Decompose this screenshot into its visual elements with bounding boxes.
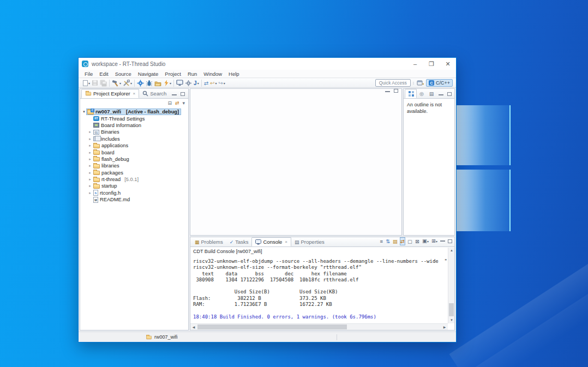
tree-item-includes[interactable]: ▸ Includes: [80, 136, 188, 142]
tree-item-rt-thread-settings[interactable]: RT RT-Thread Settings: [80, 115, 188, 122]
link-with-editor-icon[interactable]: ⇄: [175, 100, 179, 106]
scroll-up-icon[interactable]: ▲: [448, 248, 455, 254]
save-all-icon[interactable]: [100, 80, 107, 87]
menu-project[interactable]: Project: [161, 71, 184, 77]
debug-config-icon[interactable]: [185, 80, 192, 87]
expander-icon[interactable]: ▸: [87, 164, 93, 168]
tree-item-startup[interactable]: ▸ startup: [80, 183, 188, 189]
tab-project-explorer[interactable]: Project Explorer ×: [81, 89, 139, 98]
quick-access-box[interactable]: Quick Access: [375, 79, 411, 87]
console-line-build-finished: 18:40:18 Build Finished. 0 errors, 1 war…: [190, 314, 448, 320]
flash-download-icon[interactable]: ▾: [163, 80, 171, 87]
maximize-view-icon[interactable]: [394, 89, 398, 93]
tree-item-board[interactable]: ▸ board: [80, 149, 188, 155]
maximize-button[interactable]: ❐: [423, 58, 440, 70]
minimize-view-icon[interactable]: [440, 240, 445, 242]
display-console-icon[interactable]: ⊞▾: [431, 237, 437, 245]
menu-file[interactable]: File: [81, 71, 96, 77]
menu-window[interactable]: Window: [200, 71, 225, 77]
maximize-view-icon[interactable]: [448, 239, 452, 243]
view-menu-icon[interactable]: ▾: [182, 100, 185, 106]
pin-console-icon[interactable]: ⇄: [400, 238, 405, 245]
maximize-view-icon[interactable]: [181, 92, 185, 96]
new-wizard-icon[interactable]: ▾: [83, 80, 90, 86]
perspective-cpp-button[interactable]: C C/C++: [426, 79, 453, 87]
build-settings-icon[interactable]: ▾: [123, 80, 132, 87]
tree-item-binaries[interactable]: ▸ 01 Binaries: [80, 129, 188, 135]
back-arrow-icon[interactable]: ↩▾: [210, 80, 217, 87]
expander-icon[interactable]: ▸: [87, 191, 93, 195]
expander-icon[interactable]: ▸: [87, 157, 93, 161]
tree-item-rtconfig-h[interactable]: ▸ h rtconfig.h: [80, 190, 188, 196]
close-icon[interactable]: ×: [284, 239, 287, 244]
tab-console[interactable]: Console ×: [251, 237, 291, 246]
collapse-all-icon[interactable]: ⊟: [167, 100, 172, 106]
scroll-right-icon[interactable]: ▶: [441, 324, 448, 330]
menu-help[interactable]: Help: [225, 71, 243, 77]
close-icon[interactable]: ×: [132, 91, 136, 96]
tab-properties[interactable]: ▤ Properties: [291, 237, 328, 246]
tree-item-flash-debug[interactable]: ▸ flash_debug: [80, 156, 188, 163]
expander-icon[interactable]: ▸: [87, 143, 93, 148]
tab-search[interactable]: Search: [139, 89, 170, 98]
close-button[interactable]: ✕: [440, 58, 456, 70]
scroll-lock-icon[interactable]: ⇅: [386, 238, 390, 245]
expander-icon[interactable]: ▸: [87, 171, 93, 175]
statusbar-project[interactable]: rw007_wifi: [146, 334, 178, 340]
sync-icon[interactable]: ⇄: [204, 80, 208, 87]
expander-icon[interactable]: ▸: [87, 177, 93, 182]
save-icon[interactable]: [92, 80, 98, 86]
open-project-icon[interactable]: [154, 80, 161, 87]
scroll-left-icon[interactable]: ◀: [190, 324, 197, 330]
titlebar[interactable]: workspace - RT-Thread Studio – ❐ ✕: [79, 58, 456, 70]
maximize-view-icon[interactable]: [447, 92, 452, 96]
tree-item-project-root[interactable]: ▾ C rw007_wifi [Active - flash_debug]: [80, 109, 188, 115]
tree-item-rt-thread[interactable]: ▸ rt-thread [5.0.1]: [80, 176, 188, 183]
clear-console-icon[interactable]: ▢: [407, 238, 412, 245]
editor-area[interactable]: [190, 88, 402, 236]
scrollbar-thumb[interactable]: [449, 303, 454, 316]
scrollbar-thumb[interactable]: [197, 324, 347, 329]
expander-icon[interactable]: ▸: [87, 130, 93, 134]
minimize-view-icon[interactable]: [385, 91, 390, 93]
minimize-view-icon[interactable]: [172, 94, 177, 96]
minimize-button[interactable]: –: [407, 58, 423, 70]
open-perspective-icon[interactable]: [417, 80, 424, 86]
forward-arrow-icon[interactable]: ↪▾: [218, 80, 225, 87]
folder-icon: [93, 144, 100, 148]
expander-icon[interactable]: ▸: [87, 137, 93, 141]
scroll-down-icon[interactable]: ▼: [448, 317, 455, 323]
show-output-icon[interactable]: ▤: [393, 238, 398, 245]
open-console-icon[interactable]: ▣▾: [422, 237, 429, 245]
console-output[interactable]: riscv32-unknown-elf-objdump --source --a…: [190, 258, 448, 323]
menu-edit[interactable]: Edit: [96, 71, 111, 77]
vertical-scrollbar[interactable]: ▲ ▼: [448, 248, 454, 323]
tree-item-applications[interactable]: ▸ applications: [80, 142, 188, 149]
jlink-icon[interactable]: J ▾: [194, 80, 199, 87]
word-wrap-icon[interactable]: ≡: [380, 238, 383, 245]
terminal-icon[interactable]: [176, 80, 183, 86]
debug-icon[interactable]: [146, 80, 153, 87]
tree-item-board-information[interactable]: Board Information: [80, 122, 188, 129]
tree-item-packages[interactable]: ▸ packages: [80, 170, 188, 176]
menu-source[interactable]: Source: [112, 71, 135, 77]
expander-icon[interactable]: ▸: [87, 151, 93, 155]
expander-icon[interactable]: ▸: [87, 184, 93, 188]
sdk-manager-icon[interactable]: [137, 80, 144, 87]
tree-item-libraries[interactable]: ▸ libraries: [80, 163, 188, 169]
menu-navigate[interactable]: Navigate: [135, 71, 162, 77]
tab-build-targets[interactable]: ◎: [417, 89, 427, 98]
statusbar-splitter[interactable]: [337, 334, 337, 340]
expander-icon[interactable]: ▾: [81, 110, 87, 114]
horizontal-scrollbar[interactable]: ◀ ▶: [190, 323, 448, 330]
build-icon[interactable]: ▾: [112, 80, 121, 87]
remove-console-icon[interactable]: ⊠: [415, 238, 419, 245]
menu-run[interactable]: Run: [184, 71, 200, 77]
tab-documents[interactable]: ▤: [427, 89, 436, 98]
project-explorer-panel: Project Explorer × Search ⊟ ⇄ ▾: [80, 88, 189, 330]
tree-item-readme-md[interactable]: M README.md: [80, 196, 188, 203]
minimize-view-icon[interactable]: [439, 94, 443, 96]
tab-problems[interactable]: ▦ Problems: [191, 237, 226, 246]
tab-outline[interactable]: [405, 89, 417, 98]
tab-tasks[interactable]: ✓ Tasks: [226, 237, 252, 246]
